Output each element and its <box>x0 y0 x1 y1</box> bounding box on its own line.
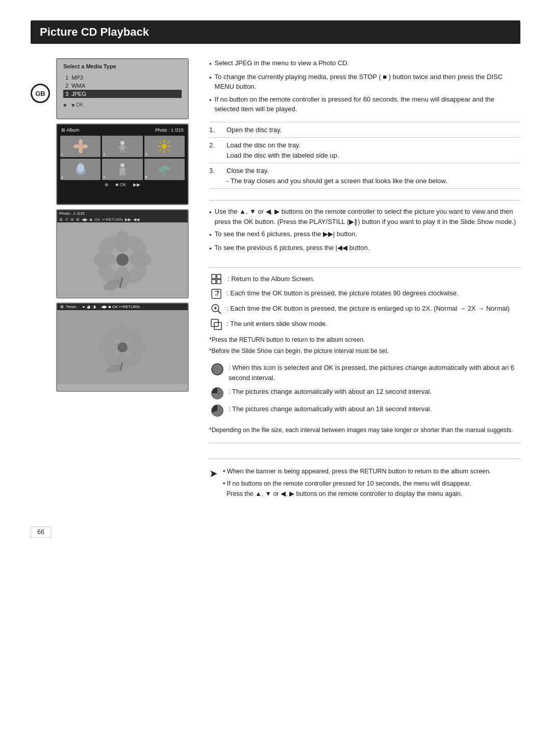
numbered-steps: 1. Open the disc tray. 2. Load the disc … <box>209 122 520 189</box>
svg-point-4 <box>82 144 88 148</box>
thumb-6: 6 <box>144 159 185 180</box>
step-2-num: 2. <box>209 140 219 160</box>
bullet-text-1: Select JPEG in the menu to view a Photo … <box>215 58 349 69</box>
icon-row-zoom-text: : Each time the OK button is pressed, th… <box>227 304 510 315</box>
slideshow-icon-box <box>209 319 223 330</box>
icon-row-grid: : Return to the Album Screen. <box>209 274 520 284</box>
svg-rect-59 <box>214 322 221 330</box>
timer-12-text: : The pictures change automatically with… <box>229 387 432 397</box>
screen4-timer-label: Timer : <box>66 305 79 309</box>
thumb-5: 5 <box>102 159 142 180</box>
svg-point-11 <box>162 144 167 149</box>
svg-line-16 <box>159 141 161 143</box>
screen4: ⊞ Timer : ● ◕ ◑ ◀▶ ■ OK ↩RETURN <box>56 303 189 392</box>
timer-6-icon <box>211 363 224 376</box>
screen4-image <box>57 310 188 384</box>
divider-3 <box>209 443 520 443</box>
bullet-text-mid-3: To see the previous 6 pictures, press th… <box>215 243 370 254</box>
screen3-image <box>57 222 188 296</box>
screen2-photo-count: Photo : 1 /215 <box>155 128 184 133</box>
page-number: 66 <box>31 526 51 538</box>
screen2-footer: ⊗■ OK▶▶ <box>59 180 186 189</box>
svg-line-7 <box>118 146 120 149</box>
file-size-note: *Depending on the file size, each interv… <box>209 425 520 435</box>
step-1-text: Open the disc tray. <box>227 125 282 135</box>
svg-rect-48 <box>212 274 216 279</box>
step-3: 3. Close the tray.- The tray closes and … <box>209 163 520 189</box>
screen1-item-mp3: 1 MP3 <box>63 73 182 82</box>
svg-point-26 <box>116 254 129 266</box>
screen2-header: ⊞ Album Photo : 1 /215 <box>59 127 186 134</box>
svg-text:↺: ↺ <box>215 292 219 297</box>
screens-stack: Select a Media Type 1 MP3 2 WMA 3 JPEG ■… <box>56 58 189 392</box>
timer-18-text: : The pictures change automatically with… <box>229 404 432 414</box>
screen1: Select a Media Type 1 MP3 2 WMA 3 JPEG ■… <box>56 58 189 119</box>
arrow-icon: ➤ <box>209 467 218 499</box>
bullet-dot-1: • <box>209 59 212 69</box>
timer-6-text: : When this icon is selected and OK is p… <box>229 363 520 383</box>
svg-rect-50 <box>212 280 216 284</box>
bullet-text-2: To change the currently playing media, p… <box>215 72 520 92</box>
icon-row-zoom: : Each time the OK button is pressed, th… <box>209 304 520 315</box>
screen1-footer: ■■ OK <box>63 102 182 108</box>
svg-point-21 <box>77 163 84 172</box>
svg-line-8 <box>124 146 127 149</box>
bullet-text-mid-2: To see the next 6 pictures, press the ▶▶… <box>215 229 357 240</box>
svg-point-37 <box>117 342 128 352</box>
svg-rect-58 <box>211 319 218 326</box>
middle-bullets: • Use the ▲, ▼ or ◀, ▶ buttons on the re… <box>209 207 520 256</box>
timer-row-18: : The pictures change automatically with… <box>209 404 520 417</box>
timer-12-icon-box <box>209 387 226 400</box>
zoom-icon-box <box>209 304 223 315</box>
step-2: 2. Load the disc on the tray.Load the di… <box>209 138 520 163</box>
icon-row-slideshow-text: : The unit enters slide show mode. <box>227 319 328 330</box>
timer-section: : When this icon is selected and OK is p… <box>209 363 520 421</box>
icon-row-rotate: ↺ : Each time the OK button is pressed, … <box>209 288 520 299</box>
bullet-dot-mid-2: • <box>209 230 212 240</box>
bullet-top-3: • If no button on the remote controller … <box>209 94 520 114</box>
svg-point-1 <box>79 139 83 145</box>
rotate-icon: ↺ <box>211 288 222 299</box>
timer-18-icon-box <box>209 404 226 417</box>
bullet-top-1: • Select JPEG in the menu to view a Phot… <box>209 58 520 69</box>
timer-row-6: : When this icon is selected and OK is p… <box>209 363 520 383</box>
timer-18-icon <box>211 404 224 417</box>
screen2-album-label: ⊞ Album <box>61 128 80 133</box>
left-column: GB Select a Media Type 1 MP3 2 WMA 3 JPE… <box>31 58 194 499</box>
svg-point-3 <box>73 144 80 148</box>
svg-line-17 <box>167 149 169 152</box>
bottom-note-text: • When the banner is being appeared, pre… <box>223 466 491 499</box>
screen4-header: ⊞ Timer : ● ◕ ◑ ◀▶ ■ OK ↩RETURN <box>57 304 188 310</box>
bullet-mid-1: • Use the ▲, ▼ or ◀, ▶ buttons on the re… <box>209 207 520 226</box>
divider-1 <box>209 200 520 200</box>
bullet-text-mid-1: Use the ▲, ▼ or ◀, ▶ buttons on the remo… <box>215 207 520 226</box>
svg-rect-6 <box>120 145 124 150</box>
screen1-item-wma: 2 WMA <box>63 82 182 90</box>
step-3-text: Close the tray.- The tray closes and you… <box>227 166 447 186</box>
top-bullets: • Select JPEG in the menu to view a Phot… <box>209 58 520 117</box>
screen2-grid: 1 2 <box>59 136 186 180</box>
bullet-dot-mid-3: • <box>209 244 212 254</box>
zoom-icon <box>211 304 222 315</box>
return-note-1: *Press the RETURN button to return to th… <box>209 335 520 344</box>
divider-2 <box>209 267 520 268</box>
svg-point-2 <box>79 147 83 154</box>
bullet-mid-3: • To see the previous 6 pictures, press … <box>209 243 520 254</box>
svg-line-18 <box>167 141 169 143</box>
bullet-top-2: • To change the currently playing media,… <box>209 72 520 92</box>
bullet-dot-3: • <box>209 95 212 114</box>
return-note-2: *Before the Slide Show can begin, the pi… <box>209 346 520 356</box>
timer-12-icon <box>211 387 224 400</box>
step-1: 1. Open the disc tray. <box>209 122 520 138</box>
icon-row-slideshow: : The unit enters slide show mode. <box>209 319 520 330</box>
thumb-1: 1 <box>60 136 101 157</box>
bullet-text-3: If no button on the remote controller is… <box>215 94 520 114</box>
step-1-num: 1. <box>209 125 219 135</box>
svg-point-5 <box>120 141 124 145</box>
svg-rect-51 <box>217 280 221 284</box>
svg-rect-49 <box>217 274 221 279</box>
icon-row-grid-text: : Return to the Album Screen. <box>228 274 315 284</box>
svg-line-19 <box>159 149 161 152</box>
grid-icon-box <box>209 274 223 284</box>
svg-line-55 <box>218 311 221 314</box>
